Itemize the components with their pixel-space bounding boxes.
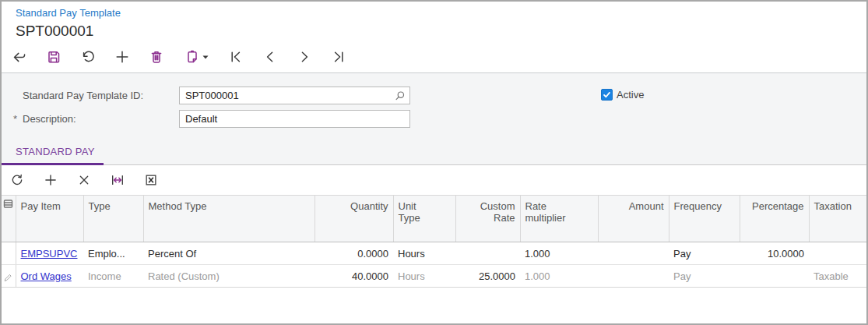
row-selector-header[interactable] [2,196,16,242]
taxation-cell: Taxable [809,265,868,288]
first-record-icon [228,49,244,65]
column-header-percentage[interactable]: Percentage [740,196,809,242]
plus-icon [114,49,130,65]
first-record-button[interactable] [226,47,246,67]
quantity-cell: 40.0000 [315,265,393,288]
required-marker: * [13,110,17,128]
last-record-button[interactable] [329,47,349,67]
delete-row-button[interactable] [75,171,93,189]
unit-type-cell: Hours [393,265,455,288]
save-button[interactable] [44,47,64,67]
percentage-cell [740,265,809,288]
pay-item-cell: Ord Wages [16,265,83,288]
last-record-icon [331,49,346,65]
copy-paste-button[interactable] [181,47,212,67]
quantity-cell: 0.0000 [315,242,393,265]
column-header-frequency[interactable]: Frequency [669,196,740,242]
amount-cell [598,242,669,265]
column-header-method-type[interactable]: Method Type [143,196,315,242]
active-checkbox[interactable]: Active [601,89,644,101]
percentage-cell: 10.0000 [740,242,809,265]
back-icon [12,49,27,65]
type-cell: Income [83,265,143,288]
export-to-excel-button[interactable] [142,171,160,189]
next-record-button[interactable] [294,47,315,67]
amount-cell [598,265,669,288]
checkbox-checked-icon [601,89,613,101]
method-type-cell: Percent Of [143,242,315,265]
pay-item-link[interactable]: EMPSUPVC [21,248,78,260]
frequency-cell: Pay [669,242,740,265]
grid-row-empsupvc[interactable]: EMPSUPVC Emplo... Percent Of 0.0000 Hour… [2,242,868,265]
add-row-button[interactable] [41,171,60,189]
column-header-quantity[interactable]: Quantity [315,196,393,242]
column-header-custom-rate[interactable]: Custom Rate [455,196,520,242]
method-type-cell: Rated (Custom) [143,265,315,288]
delete-record-button[interactable] [146,47,167,67]
lookup-magnifier-icon[interactable] [393,90,406,103]
pay-item-link[interactable]: Ord Wages [21,270,72,282]
rate-multiplier-cell: 1.000 [520,265,598,288]
undo-icon [80,49,96,65]
form-area: Standard Pay Template ID: * Description:… [2,72,866,165]
add-record-button[interactable] [112,47,132,67]
breadcrumb[interactable]: Standard Pay Template [16,7,121,19]
edit-pencil-icon [3,273,14,282]
row-selector-cell[interactable] [2,242,16,265]
page-header: Standard Pay Template SPT000001 [2,2,866,72]
custom-rate-cell [455,242,520,265]
active-checkbox-label: Active [617,89,644,101]
export-to-excel-icon [144,173,158,187]
page-title: SPT000001 [16,23,866,40]
grid-header-row: Pay Item Type Method Type Quantity Unit … [2,196,868,242]
trash-icon [149,49,164,65]
frequency-cell: Pay [669,265,740,288]
pay-item-cell: EMPSUPVC [16,242,83,265]
description-input[interactable] [179,110,410,128]
grid-toolbar [2,165,866,195]
add-row-icon [44,173,58,187]
rate-multiplier-cell: 1.000 [520,242,598,265]
refresh-icon [10,173,24,187]
grid-settings-icon [3,199,14,209]
row-selector-cell[interactable] [2,265,16,288]
tab-standard-pay[interactable]: STANDARD PAY [2,140,104,165]
fit-to-screen-button[interactable] [108,171,127,189]
column-header-amount[interactable]: Amount [598,196,669,242]
standard-pay-grid: Pay Item Type Method Type Quantity Unit … [2,195,868,288]
fit-to-screen-icon [111,173,125,187]
previous-record-button[interactable] [260,47,280,67]
refresh-button[interactable] [8,171,26,189]
column-header-unit-type[interactable]: Unit Type [393,196,455,242]
unit-type-cell: Hours [393,242,455,265]
template-id-label: Standard Pay Template ID: [23,87,143,104]
taxation-cell [809,242,868,265]
previous-record-icon [262,49,278,65]
standard-pay-template-window: Standard Pay Template SPT000001 [0,0,868,325]
delete-row-icon [77,173,91,187]
grid-row-ord-wages[interactable]: Ord Wages Income Rated (Custom) 40.0000 … [2,265,868,288]
next-record-icon [297,49,312,65]
column-header-rate-multiplier[interactable]: Rate multiplier [520,196,598,242]
description-label: Description: [23,110,76,128]
custom-rate-cell: 25.0000 [455,265,520,288]
chevron-down-icon [202,55,209,59]
type-cell: Emplo... [83,242,143,265]
column-header-taxation[interactable]: Taxation [809,196,868,242]
column-header-pay-item[interactable]: Pay Item [16,196,83,242]
clipboard-icon [184,49,200,65]
template-id-input[interactable] [179,87,410,104]
column-header-type[interactable]: Type [83,196,143,242]
back-button[interactable] [9,47,30,67]
main-toolbar [9,47,866,67]
save-icon [46,49,61,65]
undo-button[interactable] [78,47,98,67]
